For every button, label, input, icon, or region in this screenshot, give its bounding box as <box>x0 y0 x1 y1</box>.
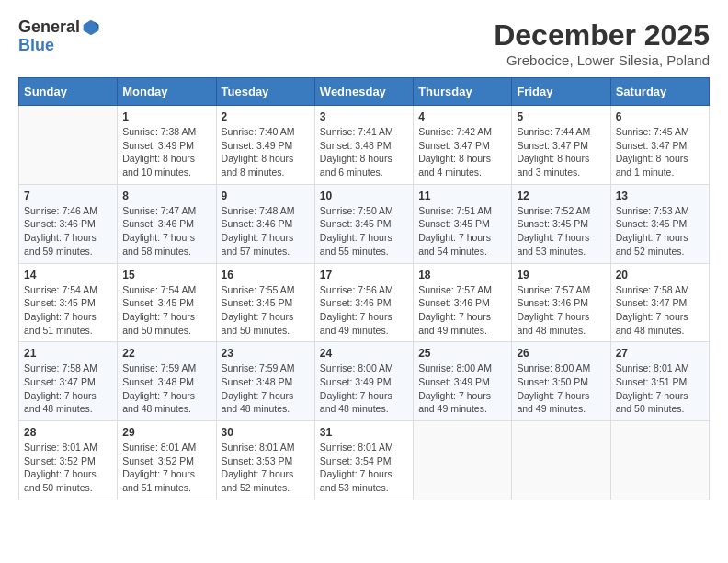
calendar-day-cell: 12Sunrise: 7:52 AM Sunset: 3:45 PM Dayli… <box>512 184 610 263</box>
weekday-header: Wednesday <box>314 78 413 106</box>
day-info: Sunrise: 7:48 AM Sunset: 3:46 PM Dayligh… <box>222 204 310 259</box>
day-number: 25 <box>418 347 506 360</box>
calendar-table: SundayMondayTuesdayWednesdayThursdayFrid… <box>18 77 710 500</box>
day-number: 15 <box>122 269 210 282</box>
location-title: Grebocice, Lower Silesia, Poland <box>494 52 710 68</box>
day-number: 10 <box>320 190 408 202</box>
day-number: 27 <box>616 347 704 360</box>
logo-blue: Blue <box>18 36 54 54</box>
calendar-day-cell: 10Sunrise: 7:50 AM Sunset: 3:45 PM Dayli… <box>314 184 413 263</box>
day-info: Sunrise: 7:38 AM Sunset: 3:49 PM Dayligh… <box>122 125 210 179</box>
day-info: Sunrise: 7:42 AM Sunset: 3:47 PM Dayligh… <box>418 125 506 179</box>
day-info: Sunrise: 8:00 AM Sunset: 3:50 PM Dayligh… <box>517 362 605 416</box>
day-info: Sunrise: 7:59 AM Sunset: 3:48 PM Dayligh… <box>222 362 310 416</box>
day-number: 3 <box>320 110 408 123</box>
day-number: 30 <box>222 426 310 439</box>
day-info: Sunrise: 7:59 AM Sunset: 3:48 PM Dayligh… <box>122 362 210 416</box>
weekday-header: Friday <box>512 78 610 106</box>
day-number: 5 <box>517 110 605 123</box>
day-info: Sunrise: 7:52 AM Sunset: 3:45 PM Dayligh… <box>517 204 605 259</box>
title-block: December 2025 Grebocice, Lower Silesia, … <box>494 18 710 68</box>
day-number: 2 <box>222 110 310 123</box>
calendar-day-cell: 31Sunrise: 8:01 AM Sunset: 3:54 PM Dayli… <box>314 421 413 500</box>
svg-marker-0 <box>84 20 99 36</box>
calendar-day-cell: 7Sunrise: 7:46 AM Sunset: 3:46 PM Daylig… <box>19 184 118 263</box>
day-info: Sunrise: 7:54 AM Sunset: 3:45 PM Dayligh… <box>24 283 112 338</box>
day-info: Sunrise: 7:54 AM Sunset: 3:45 PM Dayligh… <box>122 283 210 338</box>
day-info: Sunrise: 7:40 AM Sunset: 3:49 PM Dayligh… <box>222 125 310 179</box>
calendar-day-cell: 27Sunrise: 8:01 AM Sunset: 3:51 PM Dayli… <box>610 342 709 421</box>
day-info: Sunrise: 7:55 AM Sunset: 3:45 PM Dayligh… <box>222 283 310 338</box>
day-number: 14 <box>24 269 112 282</box>
calendar-day-cell: 1Sunrise: 7:38 AM Sunset: 3:49 PM Daylig… <box>118 106 216 185</box>
calendar-day-cell: 22Sunrise: 7:59 AM Sunset: 3:48 PM Dayli… <box>118 342 216 421</box>
calendar-day-cell: 26Sunrise: 8:00 AM Sunset: 3:50 PM Dayli… <box>512 342 610 421</box>
calendar-day-cell <box>512 421 610 500</box>
weekday-header: Monday <box>118 78 216 106</box>
weekday-header: Saturday <box>610 78 709 106</box>
day-info: Sunrise: 7:56 AM Sunset: 3:46 PM Dayligh… <box>320 283 408 338</box>
day-number: 31 <box>320 426 408 439</box>
calendar-day-cell: 3Sunrise: 7:41 AM Sunset: 3:48 PM Daylig… <box>314 106 413 185</box>
calendar-day-cell <box>414 421 512 500</box>
day-number: 1 <box>122 110 210 123</box>
day-number: 13 <box>616 190 704 202</box>
day-info: Sunrise: 8:01 AM Sunset: 3:51 PM Dayligh… <box>616 362 704 416</box>
day-number: 20 <box>616 269 704 282</box>
calendar-day-cell: 11Sunrise: 7:51 AM Sunset: 3:45 PM Dayli… <box>414 184 512 263</box>
calendar-day-cell <box>610 421 709 500</box>
calendar-day-cell: 28Sunrise: 8:01 AM Sunset: 3:52 PM Dayli… <box>19 421 118 500</box>
day-number: 8 <box>122 190 210 202</box>
calendar-day-cell: 21Sunrise: 7:58 AM Sunset: 3:47 PM Dayli… <box>19 342 118 421</box>
logo-general: General <box>18 18 80 37</box>
day-info: Sunrise: 7:53 AM Sunset: 3:45 PM Dayligh… <box>616 204 704 259</box>
calendar-day-cell: 16Sunrise: 7:55 AM Sunset: 3:45 PM Dayli… <box>216 263 314 342</box>
calendar-day-cell: 24Sunrise: 8:00 AM Sunset: 3:49 PM Dayli… <box>314 342 413 421</box>
day-info: Sunrise: 8:01 AM Sunset: 3:52 PM Dayligh… <box>122 441 210 495</box>
calendar-day-cell: 18Sunrise: 7:57 AM Sunset: 3:46 PM Dayli… <box>414 263 512 342</box>
calendar-week-row: 7Sunrise: 7:46 AM Sunset: 3:46 PM Daylig… <box>19 184 710 263</box>
day-info: Sunrise: 7:50 AM Sunset: 3:45 PM Dayligh… <box>320 204 408 259</box>
day-info: Sunrise: 7:46 AM Sunset: 3:46 PM Dayligh… <box>24 204 112 259</box>
day-number: 4 <box>418 110 506 123</box>
logo-icon <box>82 18 100 37</box>
calendar-day-cell: 4Sunrise: 7:42 AM Sunset: 3:47 PM Daylig… <box>414 106 512 185</box>
day-number: 19 <box>517 269 605 282</box>
day-number: 29 <box>122 426 210 439</box>
day-number: 23 <box>222 347 310 360</box>
day-number: 7 <box>24 190 112 202</box>
day-number: 12 <box>517 190 605 202</box>
day-info: Sunrise: 8:01 AM Sunset: 3:53 PM Dayligh… <box>222 441 310 495</box>
calendar-day-cell: 2Sunrise: 7:40 AM Sunset: 3:49 PM Daylig… <box>216 106 314 185</box>
day-info: Sunrise: 7:57 AM Sunset: 3:46 PM Dayligh… <box>418 283 506 338</box>
calendar-week-row: 14Sunrise: 7:54 AM Sunset: 3:45 PM Dayli… <box>19 263 710 342</box>
day-number: 18 <box>418 269 506 282</box>
day-number: 21 <box>24 347 112 360</box>
day-info: Sunrise: 8:01 AM Sunset: 3:54 PM Dayligh… <box>320 441 408 495</box>
page-header: General Blue December 2025 Grebocice, Lo… <box>18 18 710 68</box>
weekday-header: Tuesday <box>216 78 314 106</box>
calendar-day-cell: 15Sunrise: 7:54 AM Sunset: 3:45 PM Dayli… <box>118 263 216 342</box>
calendar-day-cell: 13Sunrise: 7:53 AM Sunset: 3:45 PM Dayli… <box>610 184 709 263</box>
calendar-day-cell: 9Sunrise: 7:48 AM Sunset: 3:46 PM Daylig… <box>216 184 314 263</box>
calendar-day-cell: 19Sunrise: 7:57 AM Sunset: 3:46 PM Dayli… <box>512 263 610 342</box>
day-number: 24 <box>320 347 408 360</box>
calendar-day-cell: 23Sunrise: 7:59 AM Sunset: 3:48 PM Dayli… <box>216 342 314 421</box>
day-number: 22 <box>122 347 210 360</box>
weekday-header: Thursday <box>414 78 512 106</box>
calendar-week-row: 1Sunrise: 7:38 AM Sunset: 3:49 PM Daylig… <box>19 106 710 185</box>
calendar-day-cell: 30Sunrise: 8:01 AM Sunset: 3:53 PM Dayli… <box>216 421 314 500</box>
calendar-day-cell: 14Sunrise: 7:54 AM Sunset: 3:45 PM Dayli… <box>19 263 118 342</box>
day-info: Sunrise: 7:58 AM Sunset: 3:47 PM Dayligh… <box>616 283 704 338</box>
calendar-day-cell: 6Sunrise: 7:45 AM Sunset: 3:47 PM Daylig… <box>610 106 709 185</box>
day-info: Sunrise: 7:58 AM Sunset: 3:47 PM Dayligh… <box>24 362 112 416</box>
day-info: Sunrise: 7:47 AM Sunset: 3:46 PM Dayligh… <box>122 204 210 259</box>
day-info: Sunrise: 7:44 AM Sunset: 3:47 PM Dayligh… <box>517 125 605 179</box>
day-number: 6 <box>616 110 704 123</box>
day-info: Sunrise: 8:00 AM Sunset: 3:49 PM Dayligh… <box>418 362 506 416</box>
day-info: Sunrise: 8:01 AM Sunset: 3:52 PM Dayligh… <box>24 441 112 495</box>
calendar-day-cell: 5Sunrise: 7:44 AM Sunset: 3:47 PM Daylig… <box>512 106 610 185</box>
day-info: Sunrise: 7:41 AM Sunset: 3:48 PM Dayligh… <box>320 125 408 179</box>
calendar-day-cell: 20Sunrise: 7:58 AM Sunset: 3:47 PM Dayli… <box>610 263 709 342</box>
day-number: 9 <box>222 190 310 202</box>
